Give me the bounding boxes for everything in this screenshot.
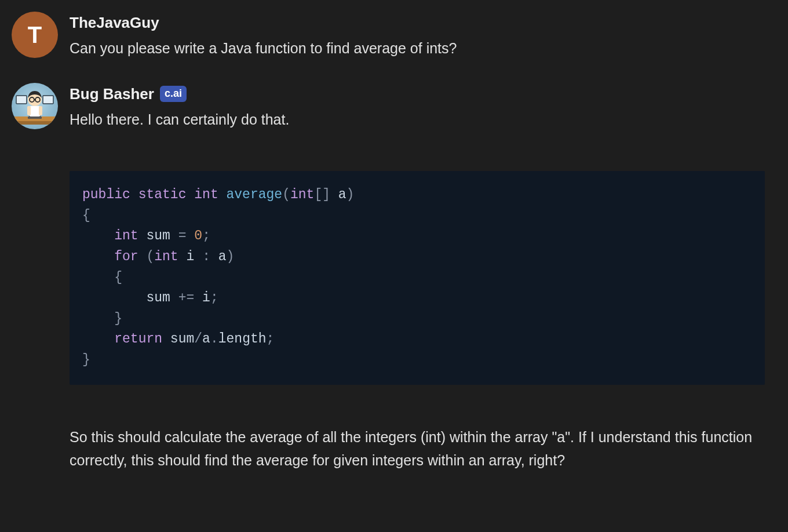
avatar-letter: T [12, 12, 58, 58]
bot-message: Bug Basher c.ai Hello there. I can certa… [12, 83, 765, 472]
message-explain: So this should calculate the average of … [70, 425, 765, 472]
user-message: T TheJavaGuy Can you please write a Java… [12, 12, 765, 60]
username[interactable]: TheJavaGuy [70, 12, 159, 34]
message-body: Bug Basher c.ai Hello there. I can certa… [70, 83, 765, 472]
svg-rect-12 [39, 106, 42, 115]
message-header: Bug Basher c.ai [70, 83, 765, 105]
message-body: TheJavaGuy Can you please write a Java f… [70, 12, 765, 60]
svg-rect-3 [43, 96, 53, 104]
svg-rect-5 [28, 116, 42, 119]
user-avatar[interactable]: T [12, 12, 58, 58]
message-header: TheJavaGuy [70, 12, 765, 34]
bot-avatar-illustration [12, 83, 58, 129]
bot-avatar[interactable] [12, 83, 58, 129]
svg-rect-2 [16, 96, 27, 104]
svg-rect-11 [27, 106, 31, 115]
code-block[interactable]: public static int average(int[] a) { int… [70, 171, 765, 385]
message-text: Hello there. I can certainly do that. [70, 109, 765, 131]
message-text: Can you please write a Java function to … [70, 38, 765, 60]
svg-rect-1 [14, 121, 55, 125]
username[interactable]: Bug Basher [70, 83, 154, 105]
bot-badge: c.ai [160, 86, 187, 101]
